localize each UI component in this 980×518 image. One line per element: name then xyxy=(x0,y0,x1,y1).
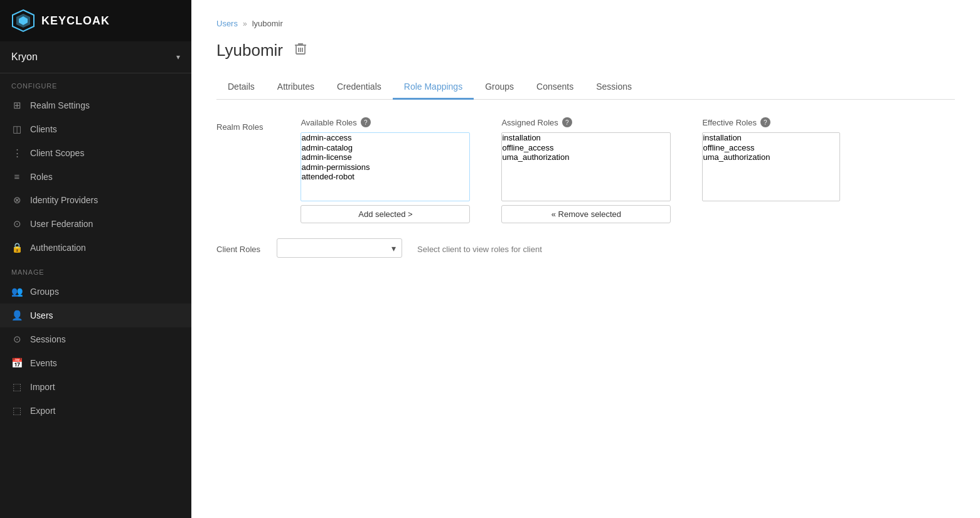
sidebar-item-label: Users xyxy=(30,310,53,320)
breadcrumb-separator: » xyxy=(243,19,247,28)
sidebar-item-label: Events xyxy=(30,358,57,368)
available-roles-help-icon[interactable]: ? xyxy=(361,117,371,127)
client-roles-label: Client Roles xyxy=(216,238,277,254)
sidebar-item-sessions[interactable]: ⊙ Sessions xyxy=(0,327,191,351)
sessions-icon: ⊙ xyxy=(11,334,23,345)
realm-selector[interactable]: Kryon ▾ xyxy=(0,41,191,73)
sidebar-item-label: User Federation xyxy=(30,219,93,229)
realm-name: Kryon xyxy=(11,51,38,63)
user-tabs: Details Attributes Credentials Role Mapp… xyxy=(216,75,955,100)
chevron-down-icon: ▾ xyxy=(176,53,180,61)
events-icon: 📅 xyxy=(11,357,23,369)
available-role-option[interactable]: admin-permissions xyxy=(301,162,469,172)
manage-section-label: Manage xyxy=(0,260,191,280)
sidebar-item-label: Identity Providers xyxy=(30,195,98,205)
sidebar-item-export[interactable]: ⬚ Export xyxy=(0,399,191,423)
tab-role-mappings[interactable]: Role Mappings xyxy=(393,75,474,100)
role-mappings-section: Realm Roles Available Roles ? admin-acce… xyxy=(216,117,955,223)
clients-icon: ◫ xyxy=(11,124,23,135)
remove-selected-button[interactable]: « Remove selected xyxy=(501,205,671,223)
assigned-roles-listbox[interactable]: installation offline_access uma_authoriz… xyxy=(501,132,671,201)
available-role-option[interactable]: attended-robot xyxy=(301,172,469,182)
sidebar-item-label: Authentication xyxy=(30,243,86,253)
sidebar-item-groups[interactable]: 👥 Groups xyxy=(0,280,191,304)
realm-roles-label: Realm Roles xyxy=(216,117,282,132)
sidebar-header: KEYCLOAK xyxy=(0,0,191,41)
sidebar-item-users[interactable]: 👤 Users xyxy=(0,304,191,327)
tab-sessions[interactable]: Sessions xyxy=(585,75,643,100)
breadcrumb-parent-link[interactable]: Users xyxy=(216,19,238,28)
client-roles-select[interactable] xyxy=(277,238,402,258)
tab-consents[interactable]: Consents xyxy=(525,75,585,100)
assigned-role-option[interactable]: installation xyxy=(502,133,670,143)
available-roles-listbox[interactable]: admin-access admin-catalog admin-license… xyxy=(301,132,470,201)
client-scopes-icon: ⋮ xyxy=(11,147,23,159)
available-roles-label: Available Roles ? xyxy=(301,117,470,127)
effective-role-option[interactable]: installation xyxy=(703,133,839,143)
available-role-option[interactable]: admin-access xyxy=(301,133,469,143)
trash-icon xyxy=(294,42,307,56)
main-content-area: Users » lyubomir Lyubomir Details Attrib xyxy=(191,0,980,518)
tab-groups[interactable]: Groups xyxy=(474,75,525,100)
tab-details[interactable]: Details xyxy=(216,75,266,100)
sidebar-item-label: Sessions xyxy=(30,334,66,344)
sidebar-item-label: Export xyxy=(30,406,55,416)
sidebar-item-label: Groups xyxy=(30,287,59,297)
groups-icon: 👥 xyxy=(11,286,23,297)
available-role-option[interactable]: admin-catalog xyxy=(301,143,469,153)
select-client-hint: Select client to view roles for client xyxy=(417,245,542,254)
sidebar-item-client-scopes[interactable]: ⋮ Client Scopes xyxy=(0,141,191,165)
tab-credentials[interactable]: Credentials xyxy=(326,75,393,100)
breadcrumb-current: lyubomir xyxy=(252,19,283,28)
effective-roles-help-icon[interactable]: ? xyxy=(760,117,770,127)
available-roles-col: Available Roles ? admin-access admin-cat… xyxy=(301,117,470,223)
authentication-icon: 🔒 xyxy=(11,242,23,253)
sidebar-item-identity-providers[interactable]: ⊗ Identity Providers xyxy=(0,188,191,212)
assigned-roles-col: Assigned Roles ? installation offline_ac… xyxy=(501,117,671,223)
sidebar-item-label: Roles xyxy=(30,172,53,182)
add-selected-button[interactable]: Add selected > xyxy=(301,205,470,223)
effective-roles-col: Effective Roles ? installation offline_a… xyxy=(702,117,840,201)
sidebar-item-user-federation[interactable]: ⊙ User Federation xyxy=(0,212,191,236)
page-title-row: Lyubomir xyxy=(216,40,955,61)
available-role-option[interactable]: admin-license xyxy=(301,152,469,162)
sidebar-item-roles[interactable]: ≡ Roles xyxy=(0,165,191,188)
effective-role-option[interactable]: offline_access xyxy=(703,143,839,153)
brand-name: KEYCLOAK xyxy=(41,14,110,28)
tab-attributes[interactable]: Attributes xyxy=(266,75,326,100)
sidebar: KEYCLOAK Kryon ▾ Configure ⊞ Realm Setti… xyxy=(0,0,191,518)
sidebar-item-realm-settings[interactable]: ⊞ Realm Settings xyxy=(0,93,191,117)
assigned-role-option[interactable]: offline_access xyxy=(502,143,670,153)
effective-role-option[interactable]: uma_authorization xyxy=(703,152,839,162)
sidebar-item-events[interactable]: 📅 Events xyxy=(0,351,191,375)
effective-roles-listbox[interactable]: installation offline_access uma_authoriz… xyxy=(702,132,840,201)
user-federation-icon: ⊙ xyxy=(11,218,23,230)
delete-user-button[interactable] xyxy=(292,40,309,61)
assigned-roles-help-icon[interactable]: ? xyxy=(562,117,572,127)
sidebar-item-authentication[interactable]: 🔒 Authentication xyxy=(0,236,191,260)
export-icon: ⬚ xyxy=(11,405,23,416)
assigned-roles-label: Assigned Roles ? xyxy=(501,117,671,127)
client-select-wrapper xyxy=(277,238,402,258)
identity-providers-icon: ⊗ xyxy=(11,194,23,206)
page-title: Lyubomir xyxy=(216,41,283,60)
effective-roles-label: Effective Roles ? xyxy=(702,117,840,127)
sidebar-item-label: Realm Settings xyxy=(30,100,90,110)
breadcrumb: Users » lyubomir xyxy=(216,19,955,28)
import-icon: ⬚ xyxy=(11,381,23,393)
roles-icon: ≡ xyxy=(11,171,23,182)
assigned-role-option[interactable]: uma_authorization xyxy=(502,152,670,162)
sidebar-item-import[interactable]: ⬚ Import xyxy=(0,375,191,399)
sidebar-item-label: Import xyxy=(30,382,55,392)
realm-settings-icon: ⊞ xyxy=(11,100,23,111)
configure-section-label: Configure xyxy=(0,73,191,93)
sidebar-item-label: Clients xyxy=(30,124,57,134)
client-roles-row: Client Roles Select client to view roles… xyxy=(216,238,955,258)
sidebar-item-label: Client Scopes xyxy=(30,148,84,158)
keycloak-logo xyxy=(11,9,35,33)
users-icon: 👤 xyxy=(11,310,23,321)
sidebar-item-clients[interactable]: ◫ Clients xyxy=(0,117,191,141)
